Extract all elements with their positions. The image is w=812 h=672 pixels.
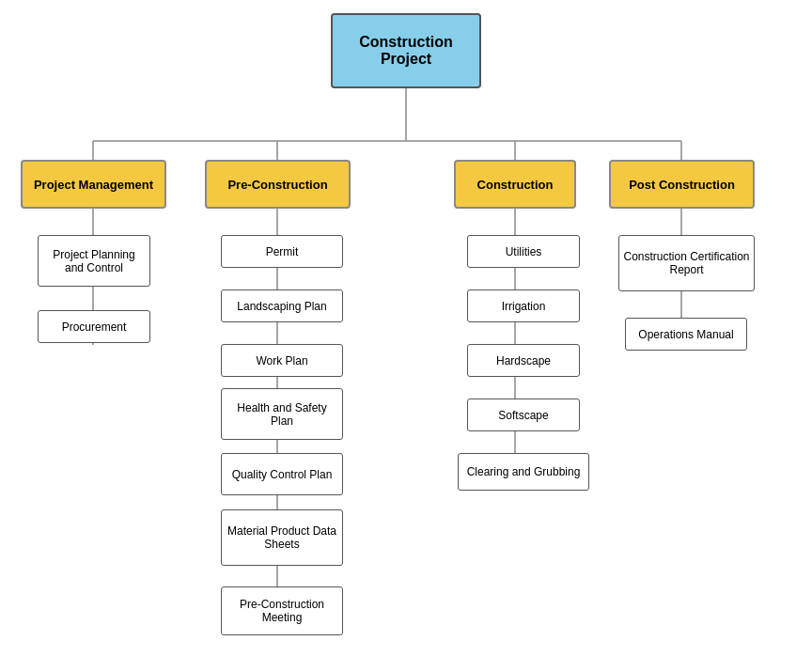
leaf-health: Health and Safety Plan <box>221 388 343 440</box>
leaf-land: Landscaping Plan <box>221 289 343 322</box>
leaf-permit: Permit <box>221 235 343 268</box>
leaf-cg: Clearing and Grubbing <box>458 453 589 491</box>
root-node: Construction Project <box>331 13 481 88</box>
leaf-ccr: Construction Certification Report <box>618 235 755 291</box>
leaf-health-label: Health and Safety Plan <box>226 401 338 428</box>
leaf-ppc-label: Project Planning and Control <box>42 248 146 274</box>
leaf-work-label: Work Plan <box>256 354 307 367</box>
leaf-soft: Softscape <box>467 399 580 431</box>
cat-con-label: Construction <box>477 178 554 192</box>
cat-pm-label: Project Management <box>34 178 153 192</box>
leaf-pcm-label: Pre-Construction Meeting <box>226 598 338 624</box>
leaf-hard-label: Hardscape <box>496 354 551 367</box>
leaf-util: Utilities <box>467 235 580 268</box>
leaf-hard: Hardscape <box>467 344 580 377</box>
leaf-pcm: Pre-Construction Meeting <box>221 586 343 635</box>
category-pre: Pre-Construction <box>205 160 351 209</box>
leaf-irr-label: Irrigation <box>502 300 546 313</box>
leaf-om-label: Operations Manual <box>638 328 733 341</box>
leaf-work: Work Plan <box>221 344 343 377</box>
category-pm: Project Management <box>21 160 166 209</box>
leaf-mpds: Material Product Data Sheets <box>221 509 343 566</box>
leaf-proc-label: Procurement <box>62 320 127 334</box>
leaf-ccr-label: Construction Certification Report <box>623 250 750 276</box>
leaf-om: Operations Manual <box>625 318 747 351</box>
cat-post-label: Post Construction <box>629 178 735 192</box>
leaf-util-label: Utilities <box>506 245 542 258</box>
leaf-land-label: Landscaping Plan <box>237 300 326 313</box>
leaf-ppc: Project Planning and Control <box>38 235 150 287</box>
leaf-irr: Irrigation <box>467 289 580 322</box>
leaf-mpds-label: Material Product Data Sheets <box>226 524 338 551</box>
org-chart: Construction Project Project Management … <box>0 0 812 672</box>
leaf-qcp-label: Quality Control Plan <box>232 468 333 481</box>
leaf-proc: Procurement <box>38 310 150 343</box>
leaf-permit-label: Permit <box>266 245 299 258</box>
leaf-qcp: Quality Control Plan <box>221 453 343 495</box>
leaf-soft-label: Softscape <box>498 409 548 422</box>
cat-pre-label: Pre-Construction <box>227 178 327 192</box>
category-con: Construction <box>454 160 576 209</box>
root-label: Construction Project <box>340 34 472 68</box>
leaf-cg-label: Clearing and Grubbing <box>467 465 581 478</box>
category-post: Post Construction <box>609 160 755 209</box>
